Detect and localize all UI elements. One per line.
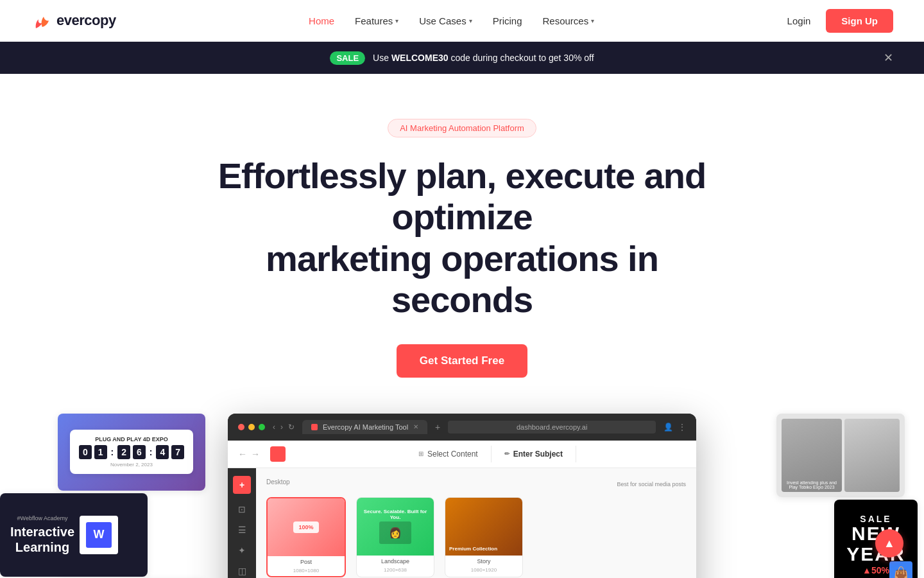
webflow-title: InteractiveLearning: [10, 524, 74, 555]
grid-icon: ⊞: [418, 450, 424, 457]
event-date: November 2, 2023: [79, 462, 184, 468]
scroll-to-top-button[interactable]: ▲: [875, 529, 903, 557]
hero-section: AI Marketing Automation Platform Effortl…: [0, 74, 924, 578]
app-nav: ← → ⊞ Select Content ✏ Enter Subject: [228, 441, 696, 468]
app-main: + ⊡ ☰ ✦ ◫ 📅 Desktop Best for social medi…: [228, 468, 696, 578]
get-started-button[interactable]: Get Started Free: [397, 344, 527, 378]
post-label: Post: [268, 556, 345, 568]
content-card-story-preview: Premium Collection: [445, 498, 522, 556]
content-card-post[interactable]: 100% Post 1080×1080: [266, 497, 346, 577]
landscape-label: Landscape: [357, 556, 434, 567]
new-tab-icon[interactable]: +: [435, 422, 440, 432]
app-nav-arrows: ← →: [238, 449, 260, 459]
close-dot[interactable]: [238, 424, 244, 430]
app-tabs: ⊞ Select Content ✏ Enter Subject: [296, 446, 686, 462]
tab-select-content[interactable]: ⊞ Select Content: [406, 446, 492, 462]
desktop-label: Desktop: [266, 478, 290, 486]
browser-action-icons: 👤 ⋮: [663, 423, 686, 432]
browser-nav-arrows: ‹ › ↻: [273, 423, 295, 432]
close-icon[interactable]: ✕: [884, 51, 893, 65]
sidebar-icon-2[interactable]: ☰: [238, 525, 246, 535]
story-label: Story: [445, 556, 522, 567]
browser-mockup-wrapper: PLUG AND PLAY 4D EXPO 0 1 : 2 6 : 4 7 No…: [0, 414, 924, 578]
nav-use-cases[interactable]: Use Cases ▾: [419, 15, 472, 26]
sidebar-icon-1[interactable]: ⊡: [238, 504, 246, 514]
right-card-meeting: Invest attending plus and Play Tobiko Ex…: [776, 414, 905, 497]
tab-label: Evercopy AI Marketing Tool: [323, 423, 408, 431]
tab-close-icon[interactable]: ✕: [413, 423, 418, 430]
right-side-panels: Invest attending plus and Play Tobiko Ex…: [776, 414, 924, 578]
countdown-widget: PLUG AND PLAY 4D EXPO 0 1 : 2 6 : 4 7 No…: [70, 430, 193, 474]
countdown-digits: 0 1 : 2 6 : 4 7: [79, 445, 184, 459]
chevron-down-icon: ▾: [591, 17, 594, 24]
refresh-icon[interactable]: ↻: [288, 423, 295, 432]
left-card-webflow: #Webflow Academy InteractiveLearning W: [0, 493, 148, 577]
sidebar-icon-3[interactable]: ✦: [238, 545, 246, 556]
content-card-story[interactable]: Premium Collection Story 1080×1920: [445, 497, 523, 577]
event-title: PLUG AND PLAY 4D EXPO: [79, 436, 184, 442]
webflow-hashtag: #Webflow Academy: [10, 515, 74, 521]
browser-window: ‹ › ↻ Evercopy AI Marketing Tool ✕ + das…: [228, 414, 696, 578]
hero-title: Effortlessly plan, execute and optimize …: [212, 155, 712, 321]
menu-icon[interactable]: ⋮: [678, 423, 686, 432]
app-sidebar: + ⊡ ☰ ✦ ◫ 📅: [228, 468, 256, 578]
logo-text: evercopy: [56, 12, 116, 29]
left-card-event: PLUG AND PLAY 4D EXPO 0 1 : 2 6 : 4 7 No…: [58, 414, 205, 491]
nav-links: Home Features ▾ Use Cases ▾ Pricing Reso…: [309, 15, 594, 26]
banner-message: Use WELCOME30 code during checkout to ge…: [373, 53, 594, 63]
app-back-icon[interactable]: ←: [238, 449, 247, 459]
landscape-dimensions: 1200×638: [357, 567, 434, 575]
app-logo: [270, 446, 286, 462]
main-nav: evercopy Home Features ▾ Use Cases ▾ Pri…: [0, 0, 924, 42]
browser-content: ← → ⊞ Select Content ✏ Enter Subject: [228, 441, 696, 578]
sidebar-icon-4[interactable]: ◫: [238, 566, 246, 576]
tab-enter-subject[interactable]: ✏ Enter Subject: [492, 446, 576, 462]
login-button[interactable]: Login: [787, 15, 811, 26]
percent-text: ▲50%: [862, 565, 889, 575]
nav-resources[interactable]: Resources ▾: [542, 15, 594, 26]
guest-icon: 👤: [663, 423, 673, 432]
tab-favicon: [311, 424, 318, 430]
forward-icon[interactable]: ›: [280, 423, 283, 432]
browser-chrome: ‹ › ↻ Evercopy AI Marketing Tool ✕ + das…: [228, 414, 696, 441]
content-card-post-preview: 100%: [268, 498, 345, 556]
maximize-dot[interactable]: [259, 424, 265, 430]
sale-badge: SALE: [330, 51, 365, 65]
pencil-icon: ✏: [504, 450, 509, 457]
app-body: Desktop Best for social media posts 100%: [256, 468, 696, 578]
post-dimensions: 1080×1080: [268, 568, 345, 576]
promo-banner: SALE Use WELCOME30 code during checkout …: [0, 42, 924, 74]
back-icon[interactable]: ‹: [273, 423, 275, 432]
logo[interactable]: evercopy: [31, 10, 116, 31]
hero-badge: AI Marketing Automation Platform: [388, 119, 536, 137]
nav-actions: Login Sign Up: [787, 9, 893, 33]
chevron-down-icon: ▾: [469, 17, 472, 24]
minimize-dot[interactable]: [248, 424, 255, 430]
content-card-landscape-preview: Secure. Scalable. Built for You. 👩: [357, 498, 434, 556]
left-side-panels: PLUG AND PLAY 4D EXPO 0 1 : 2 6 : 4 7 No…: [0, 414, 212, 578]
browser-traffic-lights: [238, 424, 265, 430]
nav-pricing[interactable]: Pricing: [493, 15, 522, 26]
app-forward-icon[interactable]: →: [251, 449, 260, 459]
nav-features[interactable]: Features ▾: [355, 15, 398, 26]
signup-button[interactable]: Sign Up: [826, 9, 893, 33]
nav-home[interactable]: Home: [309, 15, 334, 26]
sidebar-home-button[interactable]: +: [233, 476, 251, 494]
content-card-landscape[interactable]: Secure. Scalable. Built for You. 👩 Lands…: [356, 497, 434, 577]
browser-tab[interactable]: Evercopy AI Marketing Tool ✕: [302, 420, 427, 434]
best-social-label: Best for social media posts: [290, 481, 686, 487]
content-cards: 100% Post 1080×1080 Secure. Sc: [266, 497, 686, 577]
story-dimensions: 1080×1920: [445, 567, 522, 575]
chevron-down-icon: ▾: [395, 17, 398, 24]
url-bar[interactable]: dashboard.evercopy.ai: [448, 421, 656, 434]
